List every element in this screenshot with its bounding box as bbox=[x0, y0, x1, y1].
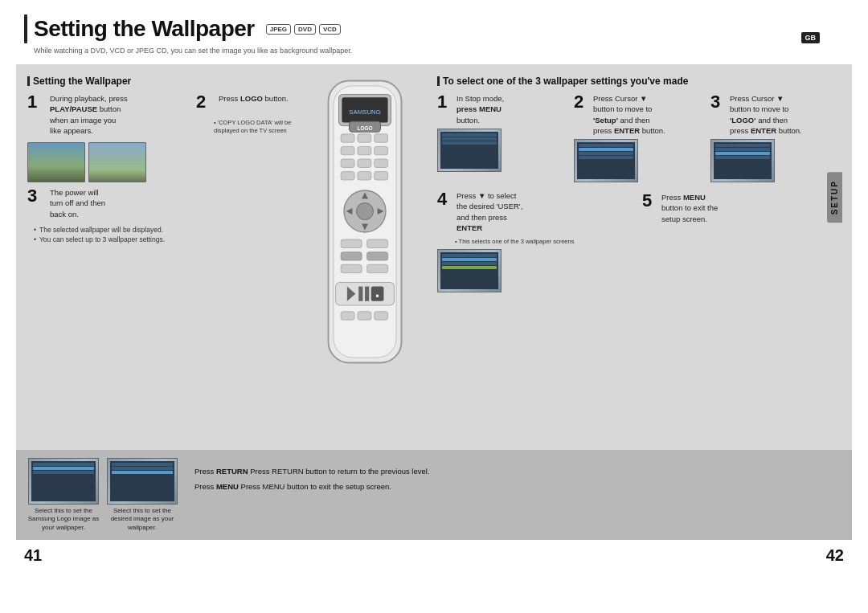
bottom-screen-2 bbox=[107, 458, 178, 505]
svg-rect-36 bbox=[358, 312, 371, 320]
svg-rect-35 bbox=[341, 312, 354, 320]
bottom-thumb-2: Select this to set the desired image as … bbox=[106, 458, 178, 532]
svg-rect-15 bbox=[358, 172, 371, 180]
copy-logo-note: • 'COPY LOGO DATA' will be displayed on … bbox=[214, 119, 293, 135]
svg-rect-7 bbox=[375, 134, 388, 142]
bottom-thumbs: Select this to set the Samsung Logo imag… bbox=[27, 458, 178, 532]
bottom-section: Select this to set the Samsung Logo imag… bbox=[16, 450, 852, 540]
right-step-1: 1 In Stop mode, press MENU button. bbox=[437, 93, 567, 182]
svg-rect-24 bbox=[367, 239, 388, 247]
right-step-3-text: Press Cursor ▼ button to move to 'LOGO' … bbox=[730, 93, 802, 136]
svg-text:LOGO: LOGO bbox=[357, 125, 372, 131]
right-step-5-text: Press MENU button to exit the setup scre… bbox=[661, 192, 718, 224]
step-1-text: 1 During playback, press PLAY/PAUSE butt… bbox=[27, 93, 190, 136]
right-step-5-header: 5 Press MENU button to exit the setup sc… bbox=[642, 192, 841, 224]
title-row: Setting the Wallpaper JPEG DVD VCD GB bbox=[24, 14, 844, 43]
right-step-4: 4 Press ▼ to select the desired 'USER', … bbox=[437, 190, 636, 292]
svg-point-18 bbox=[357, 203, 374, 220]
bottom-thumb-1-label: Select this to set the Samsung Logo imag… bbox=[27, 507, 100, 532]
svg-rect-11 bbox=[341, 159, 354, 167]
bottom-note-2: Press MENU Press MENU button to exit the… bbox=[194, 481, 841, 492]
svg-rect-12 bbox=[358, 159, 371, 167]
step-1-desc: During playback, press PLAY/PAUSE button… bbox=[50, 93, 128, 136]
main-content: Setting the Wallpaper 1 During playback,… bbox=[16, 64, 852, 450]
bottom-screen-1 bbox=[28, 458, 99, 505]
svg-rect-28 bbox=[367, 264, 388, 272]
right-screen-3 bbox=[710, 139, 775, 182]
setup-tab: SETUP bbox=[827, 172, 842, 223]
remote-control-area: SAMSUNG bbox=[301, 76, 429, 442]
right-step-4-text: Press ▼ to select the desired 'USER', an… bbox=[457, 190, 522, 233]
page-title: Setting the Wallpaper bbox=[34, 16, 255, 42]
right-step-1-text: In Stop mode, press MENU button. bbox=[457, 93, 504, 125]
bottom-thumb-2-label: Select this to set the desired image as … bbox=[106, 507, 178, 532]
bullet-1: The selected wallpaper will be displayed… bbox=[34, 226, 293, 235]
left-page-num: 41 bbox=[24, 546, 42, 565]
left-panel: Setting the Wallpaper 1 During playback,… bbox=[27, 76, 301, 442]
steps-1-3-grid: 1 In Stop mode, press MENU button. bbox=[437, 93, 841, 182]
svg-rect-27 bbox=[341, 264, 362, 272]
bottom-notes: Press RETURN Press RETURN button to retu… bbox=[194, 458, 841, 492]
badge-dvd: DVD bbox=[294, 24, 316, 35]
right-step-2: 2 Press Cursor ▼ button to move to 'Setu… bbox=[574, 93, 704, 182]
badge-jpeg: JPEG bbox=[266, 24, 291, 35]
svg-rect-25 bbox=[341, 252, 362, 260]
step-2-text: 2 Press LOGO button. bbox=[196, 93, 293, 111]
svg-rect-26 bbox=[367, 252, 388, 260]
svg-rect-31 bbox=[358, 287, 362, 301]
right-screen-1 bbox=[437, 129, 502, 172]
right-step-2-text: Press Cursor ▼ button to move to 'Setup'… bbox=[593, 93, 665, 136]
svg-rect-14 bbox=[341, 172, 354, 180]
svg-text:SAMSUNG: SAMSUNG bbox=[349, 108, 380, 116]
right-step-3: 3 Press Cursor ▼ button to move to 'LOGO… bbox=[710, 93, 841, 182]
page-container: Setting the Wallpaper JPEG DVD VCD GB Wh… bbox=[0, 0, 868, 613]
badge-vcd: VCD bbox=[319, 24, 341, 35]
svg-rect-37 bbox=[375, 312, 388, 320]
steps-1-2-row: 1 During playback, press PLAY/PAUSE butt… bbox=[27, 93, 293, 182]
svg-rect-9 bbox=[358, 146, 371, 154]
svg-text:■: ■ bbox=[376, 292, 379, 298]
svg-rect-6 bbox=[358, 134, 371, 142]
svg-rect-16 bbox=[375, 172, 388, 180]
step-4-note: • This selects one of the 3 wallpaper sc… bbox=[455, 238, 636, 246]
left-section-title: Setting the Wallpaper bbox=[27, 76, 293, 87]
svg-rect-32 bbox=[365, 287, 369, 301]
right-step-4-header: 4 Press ▼ to select the desired 'USER', … bbox=[437, 190, 636, 233]
title-accent-bar bbox=[24, 14, 27, 43]
right-step-1-header: 1 In Stop mode, press MENU button. bbox=[437, 93, 567, 125]
svg-rect-10 bbox=[375, 146, 388, 154]
right-panel: To select one of the 3 wallpaper setting… bbox=[429, 76, 841, 442]
right-section-title-bar bbox=[437, 76, 440, 86]
format-badges: JPEG DVD VCD bbox=[266, 24, 341, 35]
step-1-images bbox=[27, 142, 190, 182]
step-1: 1 During playback, press PLAY/PAUSE butt… bbox=[27, 93, 190, 182]
bullet-list: The selected wallpaper will be displayed… bbox=[34, 226, 293, 245]
page-numbers: 41 42 bbox=[0, 540, 868, 571]
step-2: 2 Press LOGO button. • 'COPY LOGO DATA' … bbox=[196, 93, 293, 182]
step-3: 3 The power will turn off and then back … bbox=[27, 187, 293, 219]
bullet-2: You can select up to 3 wallpaper setting… bbox=[34, 235, 293, 245]
right-screen-2 bbox=[574, 139, 638, 182]
page-subtitle: While watching a DVD, VCD or JPEG CD, yo… bbox=[34, 47, 844, 55]
remote-svg: SAMSUNG bbox=[313, 76, 417, 389]
right-step-5: 5 Press MENU button to exit the setup sc… bbox=[642, 190, 841, 292]
bottom-thumb-1: Select this to set the Samsung Logo imag… bbox=[27, 458, 100, 532]
right-page-num: 42 bbox=[826, 546, 844, 565]
svg-rect-8 bbox=[341, 146, 354, 154]
bottom-note-1: Press RETURN Press RETURN button to retu… bbox=[194, 466, 841, 476]
thumb-portrait bbox=[88, 142, 146, 182]
steps-4-5-row: 4 Press ▼ to select the desired 'USER', … bbox=[437, 190, 841, 292]
right-step-3-header: 3 Press Cursor ▼ button to move to 'LOGO… bbox=[710, 93, 841, 136]
svg-rect-5 bbox=[341, 134, 354, 142]
right-screen-4 bbox=[437, 249, 502, 292]
right-step-2-header: 2 Press Cursor ▼ button to move to 'Setu… bbox=[574, 93, 704, 136]
step-3-desc: The power will turn off and then back on… bbox=[50, 187, 105, 219]
top-section: Setting the Wallpaper JPEG DVD VCD GB Wh… bbox=[0, 0, 868, 64]
step-2-desc: Press LOGO button. bbox=[219, 93, 289, 111]
gb-badge: GB bbox=[801, 32, 821, 43]
section-title-bar bbox=[27, 76, 30, 86]
svg-rect-23 bbox=[341, 239, 362, 247]
svg-rect-13 bbox=[375, 159, 388, 167]
right-section-title: To select one of the 3 wallpaper setting… bbox=[437, 76, 841, 87]
thumb-landscape bbox=[27, 142, 85, 182]
